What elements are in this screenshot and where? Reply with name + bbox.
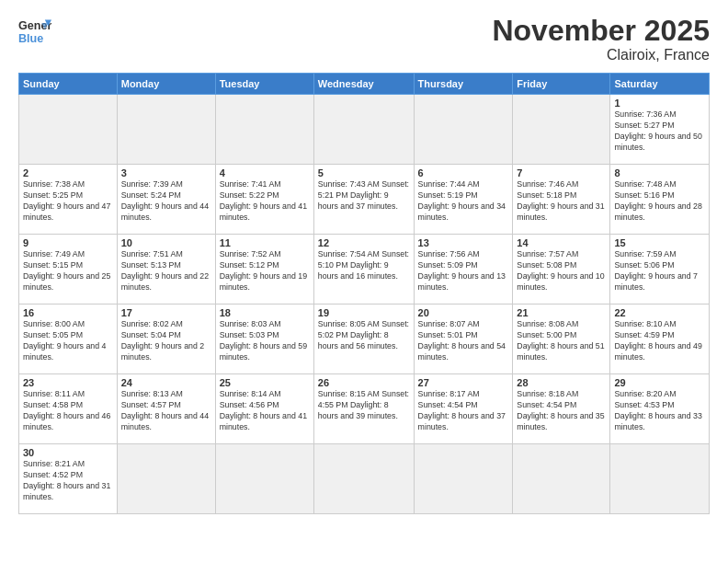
day-number: 27 [418, 377, 509, 388]
day-number: 14 [517, 237, 606, 248]
calendar-cell: 10Sunrise: 7:51 AM Sunset: 5:13 PM Dayli… [117, 235, 215, 304]
day-number: 8 [614, 167, 705, 178]
calendar-subtitle: Clairoix, France [492, 47, 710, 63]
svg-text:Blue: Blue [18, 32, 43, 45]
day-info: Sunrise: 7:48 AM Sunset: 5:16 PM Dayligh… [614, 179, 705, 224]
logo: General Blue [18, 15, 51, 48]
day-number: 18 [220, 307, 310, 318]
day-info: Sunrise: 7:56 AM Sunset: 5:09 PM Dayligh… [418, 249, 509, 293]
calendar-cell [610, 444, 710, 514]
day-info: Sunrise: 8:20 AM Sunset: 4:53 PM Dayligh… [614, 389, 705, 433]
calendar-cell [19, 95, 118, 165]
day-info: Sunrise: 7:41 AM Sunset: 5:22 PM Dayligh… [220, 179, 310, 224]
day-info: Sunrise: 8:11 AM Sunset: 4:58 PM Dayligh… [23, 389, 113, 433]
day-info: Sunrise: 8:15 AM Sunset: 4:55 PM Dayligh… [318, 389, 410, 422]
day-number: 6 [418, 167, 509, 178]
calendar-cell: 21Sunrise: 8:08 AM Sunset: 5:00 PM Dayli… [513, 304, 610, 374]
day-info: Sunrise: 8:00 AM Sunset: 5:05 PM Dayligh… [23, 319, 113, 363]
day-info: Sunrise: 8:18 AM Sunset: 4:54 PM Dayligh… [517, 389, 606, 433]
header-thursday: Thursday [414, 74, 513, 95]
calendar-cell [215, 444, 313, 514]
day-number: 15 [614, 237, 705, 248]
calendar-cell: 16Sunrise: 8:00 AM Sunset: 5:05 PM Dayli… [19, 304, 118, 374]
calendar-cell: 20Sunrise: 8:07 AM Sunset: 5:01 PM Dayli… [414, 304, 513, 374]
calendar-cell: 4Sunrise: 7:41 AM Sunset: 5:22 PM Daylig… [215, 165, 313, 235]
day-info: Sunrise: 8:13 AM Sunset: 4:57 PM Dayligh… [121, 389, 211, 433]
day-info: Sunrise: 8:21 AM Sunset: 4:52 PM Dayligh… [23, 459, 113, 503]
day-number: 2 [23, 167, 113, 178]
calendar-cell [414, 95, 513, 165]
day-number: 1 [614, 98, 705, 109]
day-number: 7 [517, 167, 606, 178]
calendar-cell: 28Sunrise: 8:18 AM Sunset: 4:54 PM Dayli… [513, 374, 610, 444]
header-wednesday: Wednesday [313, 74, 414, 95]
calendar-cell: 23Sunrise: 8:11 AM Sunset: 4:58 PM Dayli… [19, 374, 118, 444]
calendar-cell: 17Sunrise: 8:02 AM Sunset: 5:04 PM Dayli… [117, 304, 215, 374]
day-number: 29 [614, 377, 705, 388]
header-saturday: Saturday [610, 74, 710, 95]
calendar-cell: 29Sunrise: 8:20 AM Sunset: 4:53 PM Dayli… [610, 374, 710, 444]
day-number: 4 [220, 167, 310, 178]
header-sunday: Sunday [19, 74, 118, 95]
day-info: Sunrise: 8:10 AM Sunset: 4:59 PM Dayligh… [614, 319, 705, 363]
day-number: 26 [318, 377, 410, 388]
calendar-cell: 24Sunrise: 8:13 AM Sunset: 4:57 PM Dayli… [117, 374, 215, 444]
calendar-cell: 12Sunrise: 7:54 AM Sunset: 5:10 PM Dayli… [313, 235, 414, 304]
calendar-cell: 5Sunrise: 7:43 AM Sunset: 5:21 PM Daylig… [313, 165, 414, 235]
calendar-cell [513, 444, 610, 514]
day-number: 16 [23, 307, 113, 318]
day-info: Sunrise: 8:03 AM Sunset: 5:03 PM Dayligh… [220, 319, 310, 363]
day-info: Sunrise: 7:44 AM Sunset: 5:19 PM Dayligh… [418, 179, 509, 224]
day-number: 5 [318, 167, 410, 178]
calendar-cell [513, 95, 610, 165]
header-friday: Friday [513, 74, 610, 95]
calendar-cell: 30Sunrise: 8:21 AM Sunset: 4:52 PM Dayli… [19, 444, 118, 514]
day-info: Sunrise: 7:36 AM Sunset: 5:27 PM Dayligh… [614, 109, 705, 154]
calendar-cell: 8Sunrise: 7:48 AM Sunset: 5:16 PM Daylig… [610, 165, 710, 235]
calendar-cell: 9Sunrise: 7:49 AM Sunset: 5:15 PM Daylig… [19, 235, 118, 304]
calendar-cell: 3Sunrise: 7:39 AM Sunset: 5:24 PM Daylig… [117, 165, 215, 235]
header-monday: Monday [117, 74, 215, 95]
day-info: Sunrise: 8:02 AM Sunset: 5:04 PM Dayligh… [121, 319, 211, 363]
calendar-cell: 18Sunrise: 8:03 AM Sunset: 5:03 PM Dayli… [215, 304, 313, 374]
calendar-cell: 14Sunrise: 7:57 AM Sunset: 5:08 PM Dayli… [513, 235, 610, 304]
calendar-cell [117, 444, 215, 514]
day-info: Sunrise: 7:57 AM Sunset: 5:08 PM Dayligh… [517, 249, 606, 293]
header: General Blue November 2025 Clairoix, Fra… [18, 15, 710, 63]
calendar-cell [313, 95, 414, 165]
calendar-cell: 27Sunrise: 8:17 AM Sunset: 4:54 PM Dayli… [414, 374, 513, 444]
day-number: 24 [121, 377, 211, 388]
day-number: 13 [418, 237, 509, 248]
calendar-cell: 15Sunrise: 7:59 AM Sunset: 5:06 PM Dayli… [610, 235, 710, 304]
day-number: 9 [23, 237, 113, 248]
day-number: 12 [318, 237, 410, 248]
title-block: November 2025 Clairoix, France [492, 15, 710, 63]
day-number: 25 [220, 377, 310, 388]
calendar-cell [117, 95, 215, 165]
header-tuesday: Tuesday [215, 74, 313, 95]
calendar-cell [313, 444, 414, 514]
day-info: Sunrise: 8:07 AM Sunset: 5:01 PM Dayligh… [418, 319, 509, 363]
calendar-cell: 7Sunrise: 7:46 AM Sunset: 5:18 PM Daylig… [513, 165, 610, 235]
calendar-cell [414, 444, 513, 514]
day-info: Sunrise: 7:43 AM Sunset: 5:21 PM Dayligh… [318, 179, 410, 213]
logo-icon: General Blue [18, 15, 51, 48]
calendar-cell: 2Sunrise: 7:38 AM Sunset: 5:25 PM Daylig… [19, 165, 118, 235]
day-info: Sunrise: 7:52 AM Sunset: 5:12 PM Dayligh… [220, 249, 310, 293]
day-info: Sunrise: 7:51 AM Sunset: 5:13 PM Dayligh… [121, 249, 211, 293]
day-number: 11 [220, 237, 310, 248]
day-number: 21 [517, 307, 606, 318]
weekday-header-row: Sunday Monday Tuesday Wednesday Thursday… [19, 74, 710, 95]
day-number: 30 [23, 447, 113, 458]
day-info: Sunrise: 7:54 AM Sunset: 5:10 PM Dayligh… [318, 249, 410, 282]
day-number: 22 [614, 307, 705, 318]
day-number: 28 [517, 377, 606, 388]
day-info: Sunrise: 7:49 AM Sunset: 5:15 PM Dayligh… [23, 249, 113, 293]
day-info: Sunrise: 8:14 AM Sunset: 4:56 PM Dayligh… [220, 389, 310, 433]
day-info: Sunrise: 8:08 AM Sunset: 5:00 PM Dayligh… [517, 319, 606, 363]
calendar-cell: 26Sunrise: 8:15 AM Sunset: 4:55 PM Dayli… [313, 374, 414, 444]
day-info: Sunrise: 7:46 AM Sunset: 5:18 PM Dayligh… [517, 179, 606, 224]
calendar-cell: 1Sunrise: 7:36 AM Sunset: 5:27 PM Daylig… [610, 95, 710, 165]
day-number: 17 [121, 307, 211, 318]
day-number: 19 [318, 307, 410, 318]
